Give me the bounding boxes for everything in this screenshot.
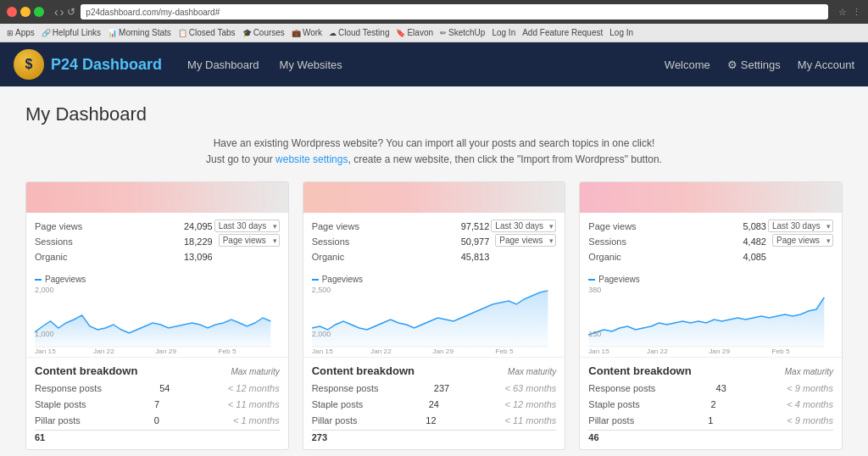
bookmark-work[interactable]: 💼 Work xyxy=(292,28,322,37)
card2-period-select[interactable]: Last 30 days xyxy=(491,220,556,232)
card3-metric-select[interactable]: Page views xyxy=(772,234,833,247)
svg-text:Jan 22: Jan 22 xyxy=(647,348,668,353)
card1-y-min: 1,000 xyxy=(35,330,54,338)
card2-row-pillar: Pillar posts 12 < 11 months xyxy=(312,413,557,429)
star-icon[interactable]: ☆ xyxy=(838,7,847,18)
card3-sessions-value: 4,482 xyxy=(743,235,766,250)
bookmark-helpful-links-label: Helpful Links xyxy=(53,28,101,37)
card2-chart-label-text: Pageviews xyxy=(322,275,363,284)
card1-row-staple: Staple posts 7 < 11 months xyxy=(35,397,280,413)
apps-icon: ⊞ xyxy=(7,29,14,37)
card3-stats: Page views 5,083 Sessions 4,482 Organic … xyxy=(580,213,842,268)
card1-chart-svg: Jan 15 Jan 22 Jan 29 Feb 5 xyxy=(35,286,280,353)
page-title: My Dashboard xyxy=(25,103,843,125)
card2-sessions-value: 50,977 xyxy=(461,235,490,250)
bookmark-login2[interactable]: Log In xyxy=(609,28,633,37)
bookmark-courses-label: Courses xyxy=(253,28,285,37)
back-arrow-icon[interactable]: ‹ xyxy=(54,6,58,18)
dashboard-card-1: Page views 24,095 Sessions 18,229 Organi… xyxy=(25,181,289,450)
bookmark-feature-request[interactable]: Add Feature Request xyxy=(522,28,603,37)
card2-pillar-label: Pillar posts xyxy=(312,413,358,429)
window-controls xyxy=(7,7,44,17)
nav-my-websites[interactable]: My Websites xyxy=(280,58,342,71)
chart-dot-icon xyxy=(35,279,42,281)
chart-dot-icon3 xyxy=(588,279,595,281)
card1-response-value: 54 xyxy=(159,381,170,397)
card3-chart-svg: Jan 15 Jan 22 Jan 29 Feb 5 xyxy=(588,286,833,353)
svg-text:Jan 29: Jan 29 xyxy=(155,348,176,353)
svg-text:Jan 15: Jan 15 xyxy=(35,348,56,353)
card2-sessions-label: Sessions xyxy=(312,235,350,250)
intro-line2: Just go to your website settings, create… xyxy=(25,152,843,168)
settings-button[interactable]: ⚙ Settings xyxy=(727,58,781,71)
header-right: Welcome ⚙ Settings My Account xyxy=(665,58,854,71)
forward-arrow-icon[interactable]: › xyxy=(60,6,64,18)
bookmark-elavon[interactable]: 🔖 Elavon xyxy=(396,28,433,37)
logo-text: P24 Dashboard xyxy=(51,56,162,74)
card1-chart: Pageviews 2,000 1,000 xyxy=(26,268,288,357)
card2-image xyxy=(303,182,565,213)
bookmark-closed-tabs[interactable]: 📋 Closed Tabs xyxy=(178,28,236,37)
card2-pageviews-row: Page views 97,512 xyxy=(312,220,490,235)
card2-row-response: Response posts 237 < 63 months xyxy=(312,381,557,397)
website-settings-link[interactable]: website settings xyxy=(275,153,348,165)
extensions-icon[interactable]: ⋮ xyxy=(852,7,861,18)
card1-staple-value: 7 xyxy=(154,397,159,413)
card1-breakdown: Content breakdown Max maturity Response … xyxy=(26,357,288,449)
bookmark-sketchup[interactable]: ✏ SketchUp xyxy=(440,28,485,37)
bookmark-apps[interactable]: ⊞ Apps xyxy=(7,28,35,37)
bookmark-cloud-testing[interactable]: ☁ Cloud Testing xyxy=(329,28,389,37)
card2-total: 273 xyxy=(312,430,557,442)
card2-pillar-maturity: < 11 months xyxy=(504,413,556,429)
bookmark-morning-stats[interactable]: 📊 Morning Stats xyxy=(108,28,171,37)
browser-chrome: ‹ › ↺ p24dashboard.com/my-dashboard# ☆ ⋮ xyxy=(0,0,868,24)
main-nav: My Dashboard My Websites xyxy=(187,58,665,71)
nav-my-dashboard[interactable]: My Dashboard xyxy=(187,58,259,71)
card3-staple-value: 2 xyxy=(711,397,716,413)
card3-sessions-row: Sessions 4,482 xyxy=(588,235,766,250)
card1-selects: Last 30 days Page views xyxy=(214,220,280,247)
card2-y-min: 2,000 xyxy=(312,330,331,338)
bookmark-helpful-links[interactable]: 🔗 Helpful Links xyxy=(42,28,101,37)
card3-pageviews-value: 5,083 xyxy=(743,220,766,235)
card2-response-value: 237 xyxy=(434,381,449,397)
close-window-btn[interactable] xyxy=(7,7,17,17)
bookmark-login[interactable]: Log In xyxy=(492,28,515,37)
card1-pageviews-label: Page views xyxy=(35,220,82,235)
card3-organic-value: 4,085 xyxy=(743,250,766,265)
maximize-window-btn[interactable] xyxy=(34,7,44,17)
card2-organic-row: Organic 45,813 xyxy=(312,250,490,265)
card1-row-pillar: Pillar posts 0 < 1 months xyxy=(35,413,280,429)
elavon-icon: 🔖 xyxy=(396,29,405,37)
card3-organic-row: Organic 4,085 xyxy=(588,250,766,265)
reload-icon[interactable]: ↺ xyxy=(67,6,75,18)
card2-staple-label: Staple posts xyxy=(312,397,364,413)
account-button[interactable]: My Account xyxy=(798,58,854,71)
settings-label: Settings xyxy=(741,58,781,71)
card2-metric-select-wrapper: Page views xyxy=(495,234,556,247)
svg-text:Jan 22: Jan 22 xyxy=(370,348,392,353)
card3-row-response: Response posts 43 < 9 months xyxy=(588,381,833,397)
card2-stats: Page views 97,512 Sessions 50,977 Organi… xyxy=(303,213,565,268)
card1-period-select[interactable]: Last 30 days xyxy=(214,220,280,232)
card3-pageviews-row: Page views 5,083 xyxy=(588,220,766,235)
card1-sessions-value: 18,229 xyxy=(184,235,213,250)
card1-metric-select[interactable]: Page views xyxy=(219,234,280,247)
card2-organic-value: 45,813 xyxy=(461,250,490,265)
courses-icon: 🎓 xyxy=(242,29,252,37)
bookmark-courses[interactable]: 🎓 Courses xyxy=(242,28,285,37)
card2-chart-svg: Jan 15 Jan 22 Jan 29 Feb 5 xyxy=(312,286,557,353)
card3-pillar-maturity: < 9 months xyxy=(787,413,833,429)
card2-metric-select[interactable]: Page views xyxy=(495,234,556,247)
card3-metric-select-wrapper: Page views xyxy=(772,234,833,247)
address-bar[interactable]: p24dashboard.com/my-dashboard# xyxy=(81,4,828,19)
card1-chart-label-text: Pageviews xyxy=(45,275,86,284)
card3-period-select[interactable]: Last 30 days xyxy=(768,220,833,232)
closed-tabs-icon: 📋 xyxy=(178,29,187,37)
card2-breakdown: Content breakdown Max maturity Response … xyxy=(303,357,565,449)
card1-stats-left: Page views 24,095 Sessions 18,229 Organi… xyxy=(35,220,213,264)
card2-sessions-row: Sessions 50,977 xyxy=(312,235,490,250)
minimize-window-btn[interactable] xyxy=(20,7,31,17)
card3-y-min: 150 xyxy=(588,330,601,338)
dashboard-card-2: Page views 97,512 Sessions 50,977 Organi… xyxy=(303,181,566,450)
